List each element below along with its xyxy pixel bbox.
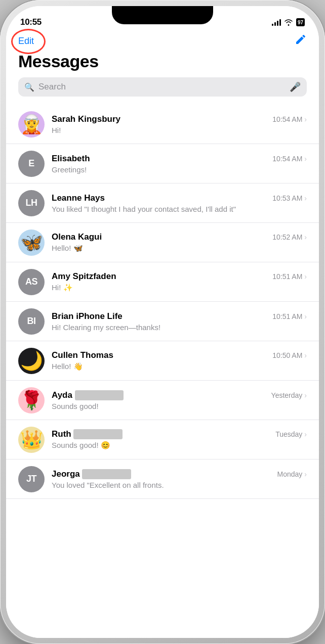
message-preview: Hello! 👋 bbox=[52, 362, 307, 371]
message-meta: 10:51 AM › bbox=[272, 272, 307, 281]
message-meta: 10:54 AM › bbox=[272, 155, 307, 163]
message-preview: Hi! Clearing my screen—thanks! bbox=[52, 323, 307, 332]
message-content: Ayda ████████ Yesterday › Sounds good! bbox=[52, 390, 307, 410]
message-time: Yesterday bbox=[271, 391, 303, 399]
message-content: Amy Spitzfaden 10:51 AM › Hi! ✨ bbox=[52, 271, 307, 292]
blurred-name: ████████ bbox=[82, 469, 131, 479]
message-content: Jeorga ████████ Monday › You loved "Exce… bbox=[52, 469, 307, 489]
header: Edit Messages 🔍 Search 🎤 bbox=[6, 31, 319, 97]
message-header-row: Ayda ████████ Yesterday › bbox=[52, 390, 307, 400]
message-time: Tuesday bbox=[275, 430, 302, 438]
message-item[interactable]: 👑 Ruth ████████ Tuesday › Sounds good! 😊 bbox=[6, 420, 319, 459]
contact-avatar: BI bbox=[18, 308, 45, 335]
message-header-row: Brian iPhone Life 10:51 AM › bbox=[52, 311, 307, 321]
contact-name: Leanne Hays bbox=[52, 193, 105, 203]
chevron-icon: › bbox=[304, 391, 307, 399]
header-top: Edit bbox=[18, 33, 307, 49]
contact-name: Brian iPhone Life bbox=[52, 311, 123, 321]
chevron-icon: › bbox=[304, 194, 307, 202]
message-meta: 10:53 AM › bbox=[272, 194, 307, 202]
message-content: Brian iPhone Life 10:51 AM › Hi! Clearin… bbox=[52, 311, 307, 332]
message-meta: 10:52 AM › bbox=[272, 233, 307, 241]
contact-avatar: 🦋 bbox=[18, 229, 45, 256]
message-header-row: Leanne Hays 10:53 AM › bbox=[52, 193, 307, 203]
message-header-row: Sarah Kingsbury 10:54 AM › bbox=[52, 114, 307, 124]
search-bar[interactable]: 🔍 Search 🎤 bbox=[18, 77, 307, 97]
message-preview: You liked "I thought I had your contact … bbox=[52, 205, 307, 213]
message-header-row: Olena Kagui 10:52 AM › bbox=[52, 232, 307, 242]
message-item[interactable]: 🌙 Cullen Thomas 10:50 AM › Hello! 👋 bbox=[6, 341, 319, 381]
chevron-icon: › bbox=[304, 233, 307, 241]
blurred-name: ████████ bbox=[73, 429, 122, 439]
chevron-icon: › bbox=[304, 272, 307, 281]
compose-button[interactable] bbox=[295, 33, 307, 49]
contact-name: Sarah Kingsbury bbox=[52, 114, 120, 124]
message-header-row: Amy Spitzfaden 10:51 AM › bbox=[52, 271, 307, 282]
avatar-emoji: 🧝 bbox=[20, 114, 43, 135]
avatar-initials: E bbox=[28, 158, 34, 169]
message-item[interactable]: AS Amy Spitzfaden 10:51 AM › Hi! ✨ bbox=[6, 262, 319, 302]
message-meta: Tuesday › bbox=[275, 430, 307, 438]
message-preview: Hi! ✨ bbox=[52, 283, 307, 292]
search-placeholder: Search bbox=[38, 82, 286, 92]
message-item[interactable]: 🧝 Sarah Kingsbury 10:54 AM › Hi! bbox=[6, 105, 319, 144]
contact-avatar: 🌹 bbox=[18, 387, 45, 413]
message-header-row: Elisabeth 10:54 AM › bbox=[52, 154, 307, 164]
message-content: Cullen Thomas 10:50 AM › Hello! 👋 bbox=[52, 350, 307, 371]
contact-avatar: JT bbox=[18, 466, 45, 492]
contact-avatar: AS bbox=[18, 269, 45, 295]
avatar-emoji: 🌹 bbox=[20, 390, 43, 411]
edit-button[interactable]: Edit bbox=[18, 34, 34, 49]
message-item[interactable]: BI Brian iPhone Life 10:51 AM › Hi! Clea… bbox=[6, 302, 319, 341]
contact-name: Amy Spitzfaden bbox=[52, 271, 116, 282]
message-preview: Sounds good! 😊 bbox=[52, 441, 307, 450]
edit-button-container: Edit bbox=[18, 34, 34, 49]
search-icon: 🔍 bbox=[24, 82, 34, 92]
message-time: 10:54 AM bbox=[272, 155, 302, 163]
chevron-icon: › bbox=[304, 351, 307, 359]
contact-name: Ayda ████████ bbox=[52, 390, 124, 400]
avatar-initials: LH bbox=[26, 198, 37, 208]
message-time: 10:51 AM bbox=[272, 272, 302, 281]
contact-avatar: E bbox=[18, 151, 45, 177]
avatar-emoji: 🌙 bbox=[20, 350, 43, 372]
battery-icon: 97 bbox=[296, 18, 305, 26]
message-item[interactable]: 🌹 Ayda ████████ Yesterday › Sounds good! bbox=[6, 381, 319, 420]
message-list: 🧝 Sarah Kingsbury 10:54 AM › Hi! E Elisa… bbox=[6, 105, 319, 499]
status-time: 10:55 bbox=[20, 17, 42, 27]
message-time: 10:53 AM bbox=[272, 194, 302, 202]
chevron-icon: › bbox=[304, 155, 307, 163]
message-content: Sarah Kingsbury 10:54 AM › Hi! bbox=[52, 114, 307, 134]
avatar-emoji: 🦋 bbox=[20, 232, 43, 253]
phone-screen: 10:55 97 bbox=[6, 6, 319, 638]
message-meta: 10:54 AM › bbox=[272, 115, 307, 123]
message-preview: You loved "Excellent on all fronts. bbox=[52, 481, 307, 489]
message-meta: 10:51 AM › bbox=[272, 312, 307, 320]
message-time: 10:54 AM bbox=[272, 115, 302, 123]
message-item[interactable]: LH Leanne Hays 10:53 AM › You liked "I t… bbox=[6, 183, 319, 223]
message-preview: Hello! 🦋 bbox=[52, 244, 307, 253]
contact-name: Olena Kagui bbox=[52, 232, 102, 242]
message-content: Elisabeth 10:54 AM › Greetings! bbox=[52, 154, 307, 174]
contact-avatar: 🧝 bbox=[18, 111, 45, 137]
avatar-initials: BI bbox=[27, 316, 36, 327]
notch bbox=[112, 6, 213, 24]
message-time: 10:52 AM bbox=[272, 233, 302, 241]
avatar-emoji: 👑 bbox=[20, 429, 43, 450]
wifi-icon bbox=[284, 19, 293, 26]
message-item[interactable]: E Elisabeth 10:54 AM › Greetings! bbox=[6, 144, 319, 183]
compose-icon bbox=[295, 33, 307, 45]
message-item[interactable]: JT Jeorga ████████ Monday › You loved "E… bbox=[6, 459, 319, 499]
avatar-initials: AS bbox=[25, 277, 37, 287]
contact-name: Jeorga ████████ bbox=[52, 469, 131, 479]
signal-icon bbox=[272, 19, 281, 26]
message-preview: Sounds good! bbox=[52, 402, 307, 410]
message-time: 10:51 AM bbox=[272, 312, 302, 320]
contact-name: Cullen Thomas bbox=[52, 350, 113, 360]
message-meta: Monday › bbox=[277, 470, 307, 478]
message-item[interactable]: 🦋 Olena Kagui 10:52 AM › Hello! 🦋 bbox=[6, 223, 319, 262]
message-meta: Yesterday › bbox=[271, 391, 307, 399]
contact-name: Ruth ████████ bbox=[52, 429, 123, 439]
blurred-name: ████████ bbox=[75, 390, 124, 400]
message-content: Olena Kagui 10:52 AM › Hello! 🦋 bbox=[52, 232, 307, 253]
